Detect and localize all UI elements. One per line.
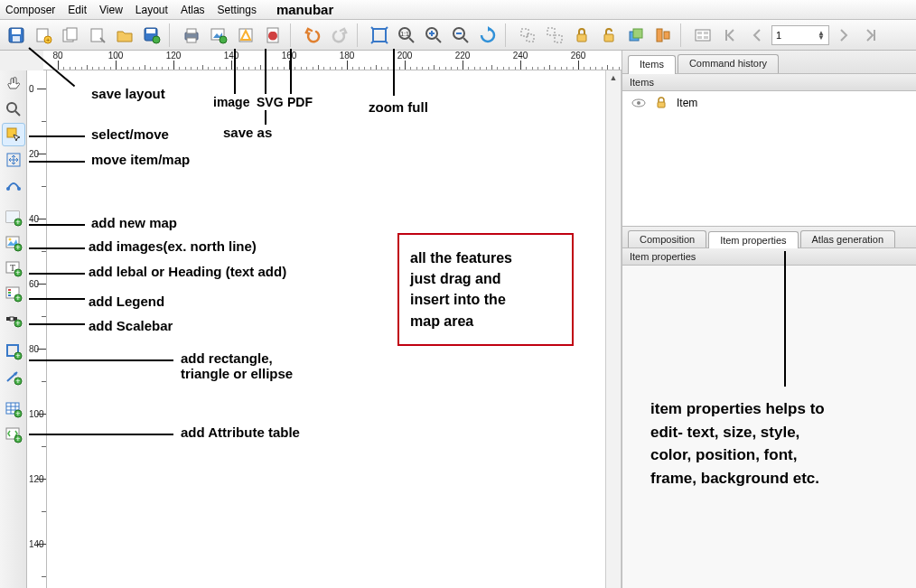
tab-items[interactable]: Items — [628, 55, 676, 74]
atlas-last-button[interactable] — [858, 23, 883, 48]
svg-text:+: + — [15, 409, 20, 418]
atlas-first-button[interactable] — [717, 23, 743, 48]
svg-rect-40 — [697, 36, 702, 39]
svg-rect-27 — [521, 29, 528, 36]
item-row[interactable]: Item — [626, 95, 912, 111]
anno-item-props-desc: item properties helps to edit- text, siz… — [650, 397, 825, 490]
anno-line — [234, 49, 236, 94]
svg-rect-28 — [527, 34, 534, 42]
anno-line — [29, 224, 85, 226]
bottom-tabrow: Composition Item properties Atlas genera… — [622, 227, 916, 248]
move-item-tool[interactable] — [2, 148, 25, 172]
anno-line — [29, 273, 85, 275]
add-label-tool[interactable]: T+ — [2, 257, 25, 280]
zoom-out-button[interactable] — [448, 23, 473, 48]
anno-add-attr: add Attribute table — [181, 425, 300, 440]
anno-line — [265, 49, 266, 94]
anno-line — [29, 247, 85, 249]
menubar: Composer Edit View Layout Atlas Settings… — [0, 0, 916, 20]
anno-line — [29, 323, 85, 325]
menu-layout[interactable]: Layout — [136, 4, 168, 16]
anno-move-item: move item/map — [91, 152, 190, 167]
add-scalebar-tool[interactable]: + — [2, 307, 25, 331]
anno-line — [29, 298, 85, 300]
atlas-page-spinbox[interactable]: 1▲▼ — [771, 25, 829, 45]
svg-rect-61 — [8, 289, 11, 291]
export-image-button[interactable] — [206, 23, 231, 48]
svg-point-42 — [7, 103, 16, 112]
anno-add-scalebar: add Scalebar — [89, 318, 173, 333]
tab-composition[interactable]: Composition — [628, 230, 706, 247]
items-list: Item — [622, 91, 916, 227]
open-button[interactable] — [112, 23, 137, 48]
svg-point-45 — [6, 187, 10, 191]
anno-line — [29, 359, 173, 361]
svg-rect-31 — [577, 34, 586, 42]
zoom-tool[interactable] — [2, 98, 25, 121]
unlock-button[interactable] — [596, 23, 622, 48]
svg-rect-67 — [10, 317, 14, 321]
add-image-tool[interactable]: + — [2, 231, 25, 255]
menu-composer[interactable]: Composer — [5, 4, 55, 16]
add-map-tool[interactable]: + — [2, 206, 25, 229]
svg-text:+: + — [15, 319, 20, 328]
export-svg-button[interactable] — [233, 23, 258, 48]
group-button[interactable] — [515, 23, 540, 48]
raise-button[interactable] — [623, 23, 649, 48]
anno-line — [29, 434, 173, 435]
print-button[interactable] — [179, 23, 204, 48]
add-attribute-table-tool[interactable]: + — [2, 397, 25, 421]
menu-edit[interactable]: Edit — [68, 4, 87, 16]
tab-item-properties[interactable]: Item properties — [708, 231, 798, 248]
ungroup-button[interactable] — [542, 23, 567, 48]
add-arrow-tool[interactable]: + — [2, 365, 25, 388]
anno-save-layout: save layout — [91, 86, 165, 101]
anno-pdf: PDF — [287, 95, 313, 109]
menu-settings[interactable]: Settings — [218, 4, 257, 16]
atlas-prev-button[interactable] — [744, 23, 770, 48]
add-shape-tool[interactable]: + — [2, 340, 25, 363]
select-move-tool[interactable] — [2, 123, 25, 146]
redo-button[interactable] — [327, 23, 352, 48]
composer-manager-button[interactable] — [85, 23, 110, 48]
lock-icon[interactable] — [655, 97, 668, 109]
visibility-icon[interactable] — [631, 98, 646, 108]
svg-rect-13 — [187, 29, 196, 33]
svg-point-53 — [8, 238, 11, 241]
tab-command-history[interactable]: Command history — [678, 54, 779, 73]
svg-rect-39 — [704, 32, 708, 34]
zoom-actual-button[interactable]: 1:1 — [394, 23, 419, 48]
svg-rect-1 — [12, 29, 21, 34]
svg-rect-34 — [633, 29, 642, 38]
svg-text:+: + — [15, 377, 20, 386]
export-pdf-button[interactable] — [260, 23, 285, 48]
new-composer-button[interactable]: + — [31, 23, 56, 48]
anno-add-map: add new map — [91, 215, 177, 230]
zoom-full-button[interactable] — [367, 23, 392, 48]
tab-atlas-generation[interactable]: Atlas generation — [800, 230, 896, 247]
svg-rect-30 — [555, 35, 562, 42]
edit-nodes-tool[interactable] — [2, 173, 25, 197]
svg-point-84 — [637, 101, 640, 105]
anno-zoom-full: zoom full — [369, 99, 428, 115]
lock-button[interactable] — [569, 23, 594, 48]
align-button[interactable] — [650, 23, 676, 48]
save-template-button[interactable] — [139, 23, 164, 48]
save-layout-button[interactable] — [4, 23, 29, 48]
atlas-preview-button[interactable] — [690, 23, 715, 48]
anno-select-move: select/move — [91, 126, 169, 142]
svg-text:+: + — [15, 243, 20, 252]
pan-tool[interactable] — [2, 72, 25, 96]
zoom-in-button[interactable] — [421, 23, 446, 48]
add-legend-tool[interactable]: + — [2, 282, 25, 305]
refresh-button[interactable] — [475, 23, 500, 48]
vertical-scrollbar[interactable]: ▲ — [605, 70, 622, 588]
atlas-next-button[interactable] — [831, 23, 856, 48]
duplicate-composer-button[interactable] — [58, 23, 83, 48]
svg-text:+: + — [15, 218, 20, 227]
menu-view[interactable]: View — [99, 4, 123, 16]
menu-atlas[interactable]: Atlas — [181, 4, 205, 16]
add-html-tool[interactable]: + — [2, 423, 25, 446]
undo-button[interactable] — [300, 23, 325, 48]
svg-rect-38 — [697, 32, 702, 34]
